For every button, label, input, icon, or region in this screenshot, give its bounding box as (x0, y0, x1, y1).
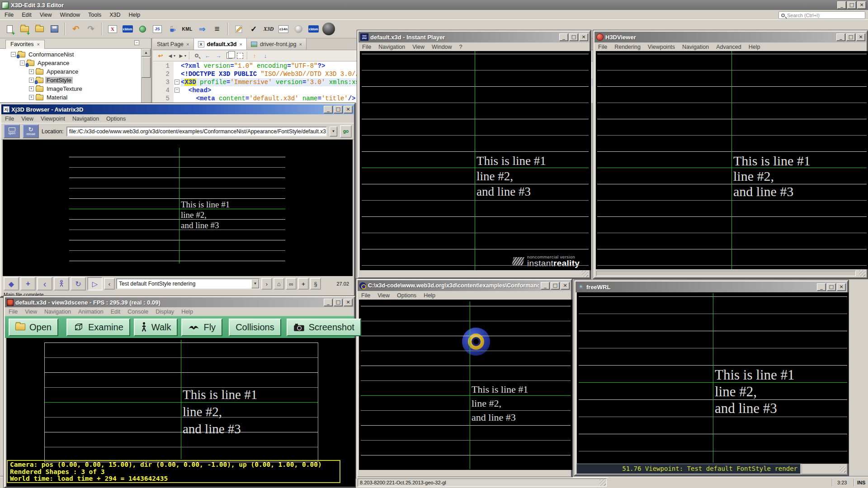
previous-viewpoint-icon[interactable]: ‹ (104, 278, 115, 290)
scroll-up-icon[interactable]: ▲ (142, 49, 151, 56)
sphere-small-icon[interactable] (292, 23, 304, 35)
lookat-binoculars-icon[interactable]: ∞ (286, 278, 297, 290)
menu-file[interactable]: File (9, 309, 18, 315)
minimize-icon[interactable]: _ (324, 106, 333, 113)
horizontal-scrollbar[interactable] (596, 271, 856, 276)
favorites-scrollbar[interactable]: ▲ (141, 49, 151, 103)
move-up-icon[interactable]: ↑ (250, 52, 259, 60)
close-icon[interactable]: × (856, 33, 865, 41)
close-icon[interactable]: × (37, 42, 39, 47)
menu-file[interactable]: File (362, 44, 371, 50)
walk-button[interactable]: Walk (134, 319, 178, 336)
instant-player-viewport[interactable]: noncommercial version instantreality Thi… (360, 51, 591, 270)
menu-advanced[interactable]: Advanced (716, 44, 741, 50)
menu-help[interactable]: Help (749, 44, 760, 50)
open-button[interactable]: Open (9, 319, 58, 336)
maximize-icon[interactable]: □ (334, 106, 343, 113)
menu-help[interactable]: Help (181, 309, 193, 315)
menu-console[interactable]: Console (127, 309, 148, 315)
view3dscene-titlebar[interactable]: default.x3d - view3dscene - FPS : 295.39… (5, 297, 354, 307)
undo-icon[interactable]: ↶ (70, 23, 82, 35)
fit-world-icon[interactable]: + (298, 278, 309, 290)
new-folder-icon[interactable]: + (19, 23, 30, 35)
minimize-icon[interactable]: _ (837, 1, 846, 9)
open-button[interactable]: open (4, 124, 20, 138)
menu-options[interactable]: Options (106, 116, 126, 122)
resize-grip[interactable] (599, 479, 606, 486)
menu-window[interactable]: Window (432, 44, 452, 50)
expand-icon[interactable]: + (29, 78, 34, 83)
tree-item-appearance[interactable]: +Appearance (0, 67, 141, 76)
h3dviewer-titlebar[interactable]: H3DViewer _□× (594, 32, 867, 42)
menu-tools[interactable]: Tools (88, 12, 101, 18)
maximize-icon[interactable]: □ (551, 282, 560, 290)
xj3d-viewport[interactable]: This is line #1line #2,and line #3 (3, 140, 353, 276)
collapse-panel-icon[interactable]: − (134, 40, 139, 45)
minimize-icon[interactable]: _ (541, 282, 550, 290)
pan-mode-icon[interactable]: + (20, 277, 36, 291)
minimize-icon[interactable]: _ (324, 299, 333, 306)
chevron-down-icon[interactable]: ▼ (251, 279, 259, 288)
redo-icon[interactable]: ↷ (85, 23, 97, 35)
close-icon[interactable]: × (561, 282, 570, 290)
location-dropdown-icon[interactable]: ▼ (330, 127, 337, 136)
collapse-icon[interactable]: − (20, 61, 25, 66)
tilt-mode-icon[interactable]: ↻ (71, 277, 86, 291)
arrow-right-icon[interactable]: ⇒ (196, 23, 208, 35)
minimize-icon[interactable]: _ (836, 33, 845, 41)
maximize-icon[interactable]: □ (334, 299, 343, 306)
menu-edit[interactable]: Edit (22, 12, 32, 18)
location-input[interactable]: file:/C:/x3d-code/www.web3d.org/x3d/cont… (66, 127, 327, 136)
tree-item-appearance[interactable]: −Appearance (0, 59, 141, 67)
x3dom-icon[interactable]: x3dom (307, 23, 319, 35)
next-occurrence-icon[interactable]: → (214, 52, 222, 60)
menu-help[interactable]: Help (424, 292, 435, 299)
menu-file[interactable]: File (5, 116, 14, 122)
resize-grip[interactable] (859, 270, 865, 277)
freewrl-viewport[interactable]: This is line #1line #2,and line #3 (577, 292, 849, 464)
js-doc-icon[interactable]: JS (151, 23, 163, 35)
maximize-icon[interactable]: □ (569, 33, 578, 41)
expand-icon[interactable]: + (29, 86, 34, 91)
menu-view[interactable]: View (40, 12, 52, 18)
search-box[interactable]: Search (Ctrl+I) (778, 11, 865, 19)
menu-navigation[interactable]: Navigation (72, 116, 99, 122)
move-down-icon[interactable]: ↓ (261, 52, 269, 60)
tree-item-imagetexture[interactable]: +ImageTexture (0, 84, 141, 93)
menu-viewpoints[interactable]: Viewpoints (648, 44, 675, 50)
expand-icon[interactable]: + (29, 95, 34, 100)
menu-navigation[interactable]: Navigation (44, 309, 71, 315)
maximize-icon[interactable]: □ (846, 33, 855, 41)
menu-display[interactable]: Display (156, 309, 174, 315)
save-all-icon[interactable] (48, 23, 60, 35)
tab-driver-front-jpg[interactable]: driver-front.jpg× (247, 38, 307, 50)
menu-item[interactable]: ? (459, 44, 462, 50)
close-icon[interactable]: × (857, 1, 866, 9)
menu-view[interactable]: View (412, 44, 425, 50)
fold-collapse-icon[interactable]: − (175, 80, 179, 84)
resize-grip[interactable] (840, 466, 846, 473)
examine-button[interactable]: Examine (66, 319, 130, 336)
expand-icon[interactable]: + (29, 69, 34, 74)
fly-mode-icon[interactable]: ▷ (87, 277, 103, 291)
resize-grip[interactable] (582, 271, 588, 277)
next-viewpoint-icon[interactable]: › (261, 278, 272, 290)
find-icon[interactable] (193, 52, 201, 60)
menu-rendering[interactable]: Rendering (614, 44, 641, 50)
list-lines-icon[interactable]: ≡ (211, 23, 223, 35)
menu-navigation[interactable]: Navigation (378, 44, 405, 50)
forward-icon[interactable]: ►▾ (178, 52, 186, 60)
viewpoint-combo[interactable]: Test default FontStyle rendering ▼ (116, 278, 260, 289)
close-icon[interactable]: × (344, 299, 353, 306)
reload-button[interactable]: ↻ reload (23, 124, 39, 138)
menu-window[interactable]: Window (60, 12, 80, 18)
minimize-icon[interactable]: _ (817, 283, 826, 291)
tree-item-material[interactable]: +Material (0, 93, 141, 102)
menu-file[interactable]: File (598, 44, 607, 50)
c14n-icon[interactable]: c14n (278, 23, 289, 35)
collapse-icon[interactable]: − (11, 52, 16, 57)
rectangular-selection-icon[interactable] (236, 52, 244, 60)
tab-start-page[interactable]: Start Page× (153, 38, 194, 50)
sphere-large-icon[interactable] (322, 23, 335, 35)
collisions-button[interactable]: Collisions (229, 319, 281, 336)
